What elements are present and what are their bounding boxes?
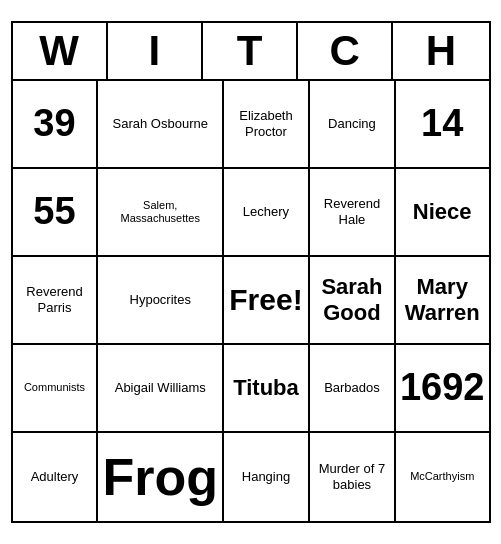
bingo-cell: McCarthyism: [396, 433, 489, 521]
bingo-header: WITCH: [13, 23, 489, 81]
bingo-cell: Lechery: [224, 169, 310, 257]
bingo-cell: Salem, Massachusettes: [98, 169, 224, 257]
bingo-cell: Communists: [13, 345, 99, 433]
bingo-cell: Sarah Osbourne: [98, 81, 224, 169]
bingo-cell: Hanging: [224, 433, 310, 521]
bingo-cell: 55: [13, 169, 99, 257]
bingo-cell: Dancing: [310, 81, 396, 169]
bingo-cell: Reverend Hale: [310, 169, 396, 257]
bingo-cell: Murder of 7 babies: [310, 433, 396, 521]
header-letter: I: [108, 23, 203, 79]
bingo-grid: 39Sarah OsbourneElizabeth ProctorDancing…: [13, 81, 489, 521]
header-letter: H: [393, 23, 488, 79]
bingo-cell: Mary Warren: [396, 257, 489, 345]
header-letter: C: [298, 23, 393, 79]
bingo-cell: 1692: [396, 345, 489, 433]
bingo-cell: Elizabeth Proctor: [224, 81, 310, 169]
header-letter: T: [203, 23, 298, 79]
bingo-cell: Hypocrites: [98, 257, 224, 345]
bingo-card: WITCH 39Sarah OsbourneElizabeth ProctorD…: [11, 21, 491, 523]
bingo-cell: 14: [396, 81, 489, 169]
bingo-cell: Tituba: [224, 345, 310, 433]
bingo-cell: Barbados: [310, 345, 396, 433]
bingo-cell: Free!: [224, 257, 310, 345]
bingo-cell: Frog: [98, 433, 224, 521]
bingo-cell: Adultery: [13, 433, 99, 521]
bingo-cell: Niece: [396, 169, 489, 257]
header-letter: W: [13, 23, 108, 79]
bingo-cell: Reverend Parris: [13, 257, 99, 345]
bingo-cell: Sarah Good: [310, 257, 396, 345]
bingo-cell: 39: [13, 81, 99, 169]
bingo-cell: Abigail Williams: [98, 345, 224, 433]
